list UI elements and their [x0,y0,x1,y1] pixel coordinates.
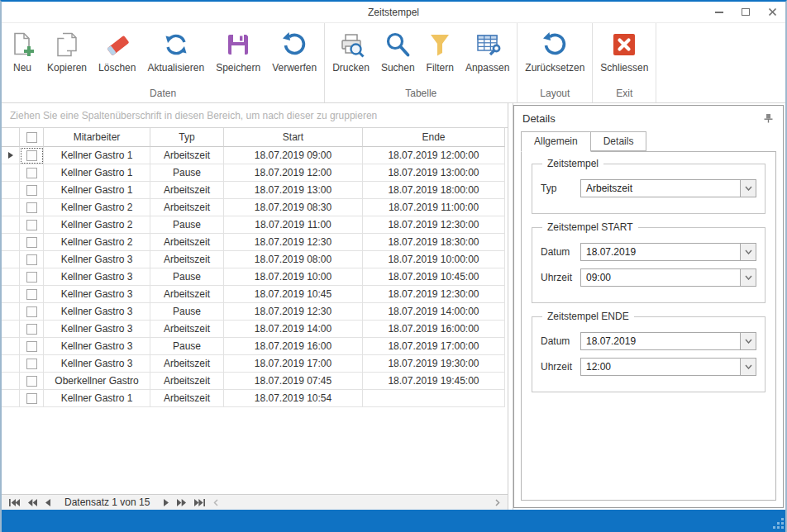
table-row[interactable]: Kellner Gastro 1Arbeitszeit18.07.2019 10… [2,390,505,407]
table-row[interactable]: Kellner Gastro 3Arbeitszeit18.07.2019 14… [2,321,505,338]
row-checkbox[interactable] [20,338,44,355]
table-row[interactable]: Kellner Gastro 1Arbeitszeit18.07.2019 09… [2,147,505,164]
table-row[interactable]: Kellner Gastro 1Arbeitszeit18.07.2019 13… [2,182,505,199]
cell-start: 18.07.2019 10:54 [224,390,363,407]
hscroll-right-button[interactable] [491,495,504,510]
copy-icon [54,31,80,58]
field-typ: Typ Arbeitszeit [541,179,756,197]
filtern-button[interactable]: Filtern [421,30,460,75]
kopieren-button[interactable]: Kopieren [41,30,93,75]
row-checkbox[interactable] [20,182,44,199]
nav-first-button[interactable] [5,495,24,510]
column-header-ende[interactable]: Ende [363,128,505,147]
tab-allgemein[interactable]: Allgemein [521,131,591,152]
cell-start: 18.07.2019 09:00 [224,147,363,164]
maximize-button[interactable] [732,2,759,22]
row-checkbox[interactable] [20,286,44,303]
table-row[interactable]: Kellner Gastro 1Pause18.07.2019 12:0018.… [2,164,505,182]
resize-grip-icon[interactable] [773,518,785,530]
cell-typ: Arbeitszeit [150,251,224,268]
ende-uhrzeit-combobox[interactable]: 12:00 [580,358,756,376]
row-checkbox[interactable] [20,164,44,182]
table-row[interactable]: Kellner Gastro 3Pause18.07.2019 12:3018.… [2,303,505,321]
row-checkbox[interactable] [20,199,44,216]
combo-dropdown-button[interactable] [740,244,756,260]
row-indicator-cell [2,268,20,286]
close-button[interactable] [759,2,785,22]
cell-typ: Arbeitszeit [150,234,224,251]
start-uhrzeit-combobox[interactable]: 09:00 [580,268,756,287]
start-datum-combobox[interactable]: 18.07.2019 [580,243,756,261]
select-all-checkbox[interactable] [20,128,44,147]
pin-button[interactable] [761,112,775,125]
column-header-mitarbeiter[interactable]: Mitarbeiter [44,128,150,147]
minimize-button[interactable] [706,2,732,22]
save-floppy-icon [225,31,251,58]
details-tabs: Allgemein Details [514,131,783,151]
loeschen-button[interactable]: Löschen [93,30,141,75]
nav-prev-button[interactable] [41,495,55,510]
row-checkbox[interactable] [20,303,44,321]
combo-dropdown-button[interactable] [740,359,756,375]
zuruecksetzen-button[interactable]: Zurücksetzen [519,30,590,75]
table-row[interactable]: Kellner Gastro 3Pause18.07.2019 16:0018.… [2,338,505,355]
row-checkbox[interactable] [20,321,44,338]
group-by-panel[interactable]: Ziehen Sie eine Spaltenüberschrift in di… [2,103,508,128]
nav-prev-page-button[interactable] [24,495,41,510]
field-ende-datum: Datum 18.07.2019 [541,332,756,350]
combo-dropdown-button[interactable] [740,333,756,349]
cell-ende: 18.07.2019 12:00:00 [363,147,505,164]
anpassen-button[interactable]: Anpassen [460,30,515,75]
ende-datum-combobox[interactable]: 18.07.2019 [580,332,756,350]
hscroll-left-button[interactable] [209,495,222,510]
row-checkbox[interactable] [20,147,44,164]
combo-dropdown-button[interactable] [740,269,756,286]
suchen-button[interactable]: Suchen [375,30,421,75]
table-row[interactable]: Kellner Gastro 2Pause18.07.2019 11:0018.… [2,216,505,234]
nav-next-button[interactable] [160,495,173,510]
row-checkbox[interactable] [20,268,44,286]
chevron-down-icon [745,249,752,254]
button-label: Neu [13,62,31,74]
combo-dropdown-button[interactable] [740,180,756,197]
row-checkbox[interactable] [20,373,44,390]
table-row[interactable]: Kellner Gastro 2Arbeitszeit18.07.2019 12… [2,234,505,251]
speichern-button[interactable]: Speichern [210,30,266,75]
ribbon-toolbar: Neu Kopieren Löschen [2,23,785,103]
verwerfen-button[interactable]: Verwerfen [266,30,322,75]
table-row[interactable]: Oberkellner GastroArbeitszeit18.07.2019 … [2,373,505,390]
neu-button[interactable]: Neu [3,30,41,75]
nav-next-page-button[interactable] [173,495,190,510]
row-indicator-cell [2,338,20,355]
toolbar-group-daten: Neu Kopieren Löschen [2,23,325,102]
row-checkbox[interactable] [20,355,44,373]
row-checkbox[interactable] [20,234,44,251]
column-header-typ[interactable]: Typ [150,128,224,147]
nav-next-page-icon [177,499,186,506]
chevron-down-icon [745,339,752,344]
reset-icon [541,31,568,58]
nav-last-button[interactable] [190,495,209,510]
panel-splitter[interactable] [508,103,513,510]
row-indicator-cell [2,199,20,216]
row-checkbox[interactable] [20,216,44,234]
aktualisieren-button[interactable]: Aktualisieren [141,30,210,75]
minimize-icon [715,12,723,13]
typ-combobox[interactable]: Arbeitszeit [580,179,756,197]
table-row[interactable]: Kellner Gastro 3Arbeitszeit18.07.2019 08… [2,251,505,268]
drucken-button[interactable]: Drucken [327,30,375,75]
tab-details[interactable]: Details [591,131,647,151]
table-row[interactable]: Kellner Gastro 2Arbeitszeit18.07.2019 08… [2,199,505,216]
close-app-icon [611,31,637,58]
table-row[interactable]: Kellner Gastro 3Pause18.07.2019 10:0018.… [2,268,505,286]
table-row[interactable]: Kellner Gastro 3Arbeitszeit18.07.2019 10… [2,286,505,303]
table-row[interactable]: Kellner Gastro 3Arbeitszeit18.07.2019 17… [2,355,505,373]
column-header-start[interactable]: Start [224,128,363,147]
row-checkbox[interactable] [20,390,44,407]
schliessen-button[interactable]: Schliessen [594,30,654,75]
button-label: Filtern [427,62,454,74]
grid-section: Ziehen Sie eine Spaltenüberschrift in di… [2,103,508,510]
cell-ende: 18.07.2019 13:00:00 [363,164,505,182]
cell-ende: 18.07.2019 16:00:00 [363,321,505,338]
row-checkbox[interactable] [20,251,44,268]
